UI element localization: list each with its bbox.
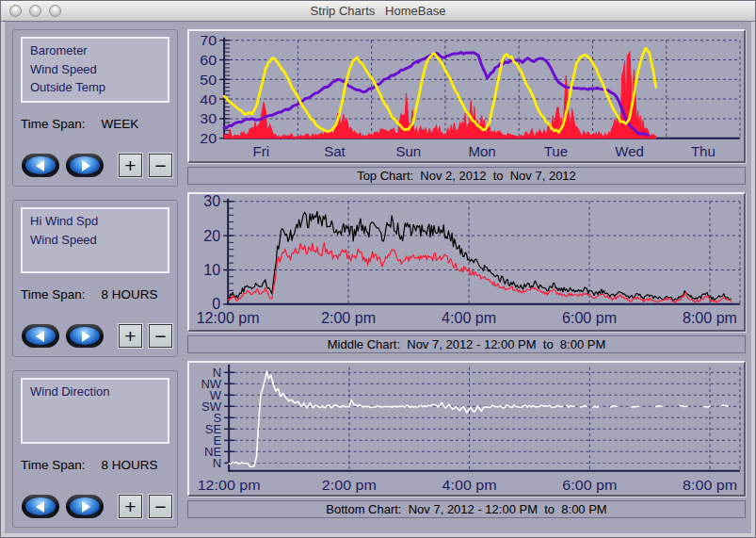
top-sensor-list[interactable]: Barometer Wind Speed Outside Temp [21,37,169,103]
svg-text:60: 60 [200,52,217,68]
caption-text: Top Chart: Nov 2, 2012 to Nov 7, 2012 [357,169,576,183]
zoom-in-button[interactable]: + [119,324,142,348]
scroll-forward-button[interactable] [66,324,104,348]
svg-text:20: 20 [200,130,217,146]
svg-text:Thu: Thu [691,144,716,159]
scroll-back-button[interactable] [22,154,59,177]
time-span-value: 8 HOURS [102,287,158,302]
minus-icon: − [154,496,166,517]
top-chart-plot: 203040506070FriSatSunMonTueWedThu [189,31,744,161]
zoom-window-icon[interactable] [49,5,61,17]
time-span: Time Span:8 HOURS [21,287,169,302]
middle-chart-plot: 010203012:00 pm2:00 pm4:00 pm6:00 pm8:00… [189,194,744,330]
time-span-value: 8 HOURS [102,458,158,472]
sensor-item[interactable]: Outside Temp [30,78,160,97]
left-arrow-icon [36,331,44,342]
top-chart-control-panel: Barometer Wind Speed Outside Temp Time S… [12,29,178,187]
time-span: Time Span:WEEK [21,117,169,131]
bottom-sensor-list[interactable]: Wind Direction [21,378,169,444]
top-chart-box: 203040506070FriSatSunMonTueWedThu [187,29,746,163]
bottom-chart-buttons: + − [22,495,172,518]
scroll-forward-button[interactable] [66,154,104,177]
middle-chart-box: 010203012:00 pm2:00 pm4:00 pm6:00 pm8:00… [187,192,746,332]
bottom-chart-control-panel: Wind Direction Time Span:8 HOURS + − [12,370,178,528]
window-controls [9,5,61,17]
right-arrow-icon [82,160,90,171]
svg-text:Tue: Tue [544,144,568,159]
content: Barometer Wind Speed Outside Temp Time S… [5,22,751,533]
zoom-out-button[interactable]: − [149,154,172,177]
titlebar[interactable]: Strip Charts HomeBase [1,1,755,22]
svg-text:20: 20 [203,228,220,244]
window-frame: Barometer Wind Speed Outside Temp Time S… [1,22,755,537]
svg-text:10: 10 [203,262,220,278]
left-arrow-icon [36,160,44,171]
zoom-in-button[interactable]: + [119,154,142,177]
bottom-chart-plot: NNWWSWSSEENEN12:00 pm2:00 pm4:00 pm6:00 … [189,363,744,495]
svg-text:50: 50 [200,72,217,88]
svg-text:Wed: Wed [615,144,644,159]
minimize-window-icon[interactable] [29,5,41,17]
sensor-item[interactable]: Barometer [30,41,160,60]
time-span-label: Time Span: [21,458,86,472]
top-chart-caption: Top Chart: Nov 2, 2012 to Nov 7, 2012 [187,167,746,185]
svg-text:Sun: Sun [395,144,421,159]
minus-icon: − [154,325,166,347]
svg-text:30: 30 [200,111,217,127]
middle-chart-caption: Middle Chart: Nov 7, 2012 - 12:00 PM to … [187,335,746,353]
svg-text:4:00 pm: 4:00 pm [442,477,497,493]
svg-text:N: N [213,456,221,470]
svg-text:2:00 pm: 2:00 pm [321,310,376,326]
right-arrow-icon [82,501,90,513]
sensor-item[interactable]: Wind Speed [30,60,160,79]
plus-icon: + [124,155,136,176]
sensor-item[interactable]: Wind Speed [30,231,160,250]
zoom-out-button[interactable]: − [149,495,172,518]
sensor-item[interactable]: Wind Direction [30,383,160,401]
svg-text:Fri: Fri [252,144,269,159]
svg-text:2:00 pm: 2:00 pm [322,477,377,493]
bottom-chart-box: NNWWSWSSEENEN12:00 pm2:00 pm4:00 pm6:00 … [187,361,746,497]
middle-sensor-list[interactable]: Hi Wind Spd Wind Speed [21,207,169,273]
left-arrow-icon [36,501,44,513]
close-window-icon[interactable] [9,5,22,17]
caption-text: Middle Chart: Nov 7, 2012 - 12:00 PM to … [328,337,606,351]
svg-text:40: 40 [200,91,217,107]
time-span-label: Time Span: [21,117,86,131]
middle-chart-row: 010203012:00 pm2:00 pm4:00 pm6:00 pm8:00… [187,192,746,353]
top-chart-row: 203040506070FriSatSunMonTueWedThu Top Ch… [187,29,746,185]
minus-icon: − [154,155,166,176]
middle-chart-buttons: + − [22,324,172,348]
svg-text:6:00 pm: 6:00 pm [562,477,617,493]
window-title: Strip Charts HomeBase [311,4,446,18]
zoom-out-button[interactable]: − [149,324,172,348]
chart-column: 203040506070FriSatSunMonTueWedThu Top Ch… [187,29,746,528]
svg-text:70: 70 [200,32,217,48]
svg-text:Mon: Mon [468,144,495,159]
time-span-label: Time Span: [21,287,86,302]
svg-text:12:00 pm: 12:00 pm [197,310,260,326]
zoom-in-button[interactable]: + [119,495,142,518]
svg-text:8:00 pm: 8:00 pm [683,310,737,326]
plus-icon: + [124,325,136,347]
scroll-back-button[interactable] [22,324,59,348]
time-span-value: WEEK [102,117,139,131]
middle-chart-control-panel: Hi Wind Spd Wind Speed Time Span:8 HOURS… [12,200,178,357]
top-chart-buttons: + − [22,154,172,177]
right-arrow-icon [82,331,90,342]
svg-text:8:00 pm: 8:00 pm [683,477,737,493]
svg-text:30: 30 [203,194,220,209]
bottom-chart-row: NNWWSWSSEENEN12:00 pm2:00 pm4:00 pm6:00 … [187,361,746,518]
scroll-back-button[interactable] [22,495,59,518]
plus-icon: + [124,496,136,517]
svg-text:Sat: Sat [324,144,346,159]
sensor-item[interactable]: Hi Wind Spd [30,212,160,231]
time-span: Time Span:8 HOURS [21,458,169,472]
svg-text:4:00 pm: 4:00 pm [442,310,496,326]
scroll-forward-button[interactable] [66,495,104,518]
bottom-chart-caption: Bottom Chart: Nov 7, 2012 - 12:00 PM to … [187,500,746,518]
svg-text:6:00 pm: 6:00 pm [562,310,617,326]
caption-text: Bottom Chart: Nov 7, 2012 - 12:00 PM to … [326,502,606,516]
control-column: Barometer Wind Speed Outside Temp Time S… [12,29,178,528]
strip-charts-window: Strip Charts HomeBase Barometer Wind Spe… [0,0,756,538]
